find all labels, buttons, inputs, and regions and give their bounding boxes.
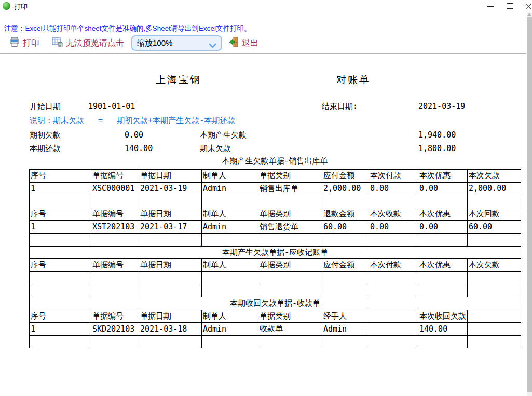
grid-header-cell: 单据类别: [258, 259, 322, 272]
grid-cell: 2021-03-18: [139, 323, 202, 336]
grid-cell: 销售退货单: [258, 221, 322, 234]
grid-data-row: [30, 233, 521, 246]
grid-cell: 0.00: [418, 182, 468, 195]
section-title-cell: 本期产生欠款单据-应收记账单: [30, 246, 521, 259]
grid-header-cell: 制单人: [202, 208, 258, 221]
grid-cell: Admin: [202, 323, 258, 336]
grid-cell: [91, 271, 139, 284]
grid-header-cell: 单据日期: [139, 208, 202, 221]
grid-header-row: 序号单据编号单据日期制单人单据类别经手人本次收回欠款: [30, 310, 521, 323]
grid-cell: [369, 335, 418, 348]
grid-data-row: 1SKD2021032021-03-18Admin收款单Admin140.00: [30, 323, 521, 336]
grid-data-row: [30, 284, 521, 297]
exit-button[interactable]: 退出: [228, 37, 258, 49]
grid-header-cell: 经手人: [322, 310, 369, 323]
chevron-down-icon: [209, 42, 216, 51]
section-title-row: 本期产生欠款单据-应收记账单: [30, 246, 521, 259]
close-button[interactable]: [520, 0, 532, 13]
grid-cell: 收款单: [258, 323, 322, 336]
grid-cell: 0.00: [418, 221, 468, 234]
start-date-label: 开始日期: [30, 102, 61, 111]
grid-cell: [468, 335, 521, 348]
minimize-icon: [487, 6, 494, 7]
grid-cell: 60.00: [468, 221, 521, 234]
zoom-select[interactable]: 缩放100%: [131, 35, 222, 51]
grid-cell: [418, 233, 468, 246]
incurred-value: 1,940.00: [418, 130, 456, 140]
grid-header-cell: 序号: [30, 208, 91, 221]
grid-cell: [139, 284, 202, 297]
print-preview: 上海宝钢 对账单 开始日期 1901-01-01 结束日期: 2021-03-1…: [0, 54, 526, 396]
grid-header-row: 序号单据编号单据日期制单人单据类别应付金额本次付款本次优惠本次欠款: [30, 170, 521, 183]
grid-cell: [468, 284, 521, 297]
vertical-scrollbar[interactable]: [527, 12, 532, 396]
grid-header-cell: 应付金额: [322, 259, 369, 272]
grid-header-cell: 单据类别: [258, 208, 322, 221]
grid-cell: 60.00: [322, 221, 369, 234]
begin-debt-value: 0.00: [125, 130, 143, 140]
grid-header-cell: 单据类别: [258, 310, 322, 323]
grid-header-cell: 制单人: [202, 310, 258, 323]
minimize-button[interactable]: [483, 0, 498, 13]
start-date-value: 1901-01-01: [88, 102, 135, 111]
zoom-value: 缩放100%: [137, 38, 172, 48]
grid-header-cell: 本次付款: [369, 259, 418, 272]
grid-cell: [91, 233, 139, 246]
grid-cell: [418, 195, 468, 208]
grid-cell: 0.00: [369, 182, 418, 195]
report-title: 对账单: [336, 75, 371, 84]
grid-header-cell: 单据类别: [258, 170, 322, 183]
grid-cell: 1: [30, 221, 91, 234]
grid-cell: [139, 271, 202, 284]
grid-header-cell: 单据日期: [139, 259, 202, 272]
grid-cell: [30, 335, 91, 348]
grid-cell: [369, 284, 418, 297]
begin-debt-label: 期初欠款: [30, 130, 61, 140]
grid-cell: [258, 284, 322, 297]
print-button[interactable]: 打印: [9, 37, 39, 49]
grid-cell: [369, 323, 418, 336]
grid-cell: 销售出库单: [258, 182, 322, 195]
grid-cell: [91, 195, 139, 208]
grid-header-cell: 制单人: [202, 170, 258, 183]
exit-label: 退出: [242, 38, 258, 49]
grid-header-cell: 本次收回欠款: [418, 310, 468, 323]
maximize-icon: [507, 3, 513, 9]
end-debt-label: 期末欠款: [200, 144, 231, 153]
grid-cell: [369, 233, 418, 246]
preview-button[interactable]: 无法预览请点击: [52, 37, 124, 49]
section1-title: 本期产生欠款单据-销售出库单: [29, 156, 521, 166]
grid-cell: 2,000.00: [468, 182, 521, 195]
scrollbar-thumb[interactable]: [527, 17, 532, 392]
grid-cell: [322, 284, 369, 297]
repaid-value: 140.00: [125, 144, 153, 153]
grid-cell: 2,000.00: [322, 182, 369, 195]
app-icon: [3, 2, 10, 10]
maximize-button[interactable]: [501, 0, 517, 13]
grid-header-cell: 单据编号: [91, 208, 139, 221]
grid-cell: [468, 233, 521, 246]
grid-cell: 2021-03-19: [139, 182, 202, 195]
grid-cell: [418, 335, 468, 348]
grid-cell: [258, 233, 322, 246]
incurred-label: 本期产生欠款: [200, 130, 247, 140]
section-title-cell: 本期收回欠款单据-收款单: [30, 297, 521, 310]
window-titlebar: 打印: [0, 0, 532, 13]
grid-header-cell: 本次付款: [369, 170, 418, 183]
grid-cell: [30, 195, 91, 208]
grid-cell: [202, 271, 258, 284]
grid-cell: Admin: [202, 182, 258, 195]
printer-icon: [9, 37, 20, 49]
grid-header-cell: [468, 310, 521, 323]
spreadsheet-icon: [52, 37, 63, 49]
grid-header-cell: 本次优惠: [418, 208, 468, 221]
report-grid-body: 序号单据编号单据日期制单人单据类别应付金额本次付款本次优惠本次欠款1XSC000…: [30, 170, 521, 348]
grid-header-cell: [369, 310, 418, 323]
end-date-label: 结束日期:: [322, 102, 358, 111]
grid-cell: 1: [30, 182, 91, 195]
grid-header-cell: 本次优惠: [418, 170, 468, 183]
grid-header-cell: 退款金额: [322, 208, 369, 221]
grid-cell: [139, 335, 202, 348]
grid-header-cell: 序号: [30, 259, 91, 272]
grid-data-row: 1XSC0000012021-03-19Admin销售出库单2,000.000.…: [30, 182, 521, 195]
